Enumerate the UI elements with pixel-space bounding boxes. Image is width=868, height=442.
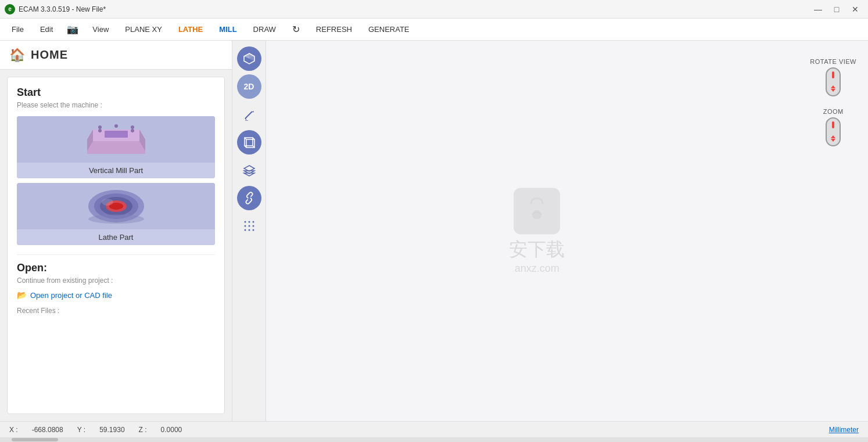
svg-line-23 [245,118,246,120]
y-coord-label: Y : [77,426,85,434]
svg-marker-33 [244,173,254,176]
rotate-arrows [831,85,835,92]
close-button[interactable]: ✕ [847,3,863,15]
arrow-up-icon [831,85,835,88]
svg-point-38 [248,225,250,227]
svg-line-21 [245,112,252,118]
start-subtitle: Please select the machine : [17,101,215,109]
toolbar-box-tool[interactable] [237,130,261,154]
svg-point-6 [131,125,134,129]
svg-marker-20 [244,53,249,59]
svg-point-37 [244,225,246,227]
bag-svg [519,193,554,228]
menu-generate[interactable]: GENERATE [361,23,417,36]
box-icon [243,136,256,149]
3d-view-icon [243,52,256,65]
pencil-icon [243,108,256,121]
svg-point-8 [131,129,134,132]
open-folder-icon: 📂 [17,290,27,300]
titlebar-left: e ECAM 3.3.0.519 - New File* [5,4,106,15]
zoom-arrows [831,135,835,142]
zoom-arrow-up-icon [831,135,835,138]
svg-rect-9 [105,131,128,138]
maximize-button[interactable]: □ [828,3,845,15]
watermark: 安下载 anxz.com [509,188,565,274]
svg-point-41 [248,229,250,231]
grid-icon [243,220,256,232]
x-coord-label: X : [9,426,18,434]
vertical-mill-svg [76,119,157,160]
open-project-link[interactable]: 📂 Open project or CAD file [17,290,215,300]
toolbar: 2D [232,41,266,421]
lathe-part-label: Lathe Part [17,229,215,245]
minimize-button[interactable]: — [810,3,826,15]
home-title: HOME [31,48,68,62]
y-coord-value: 59.1930 [99,426,124,434]
zoom-label: ZOOM [823,108,844,115]
menu-edit[interactable]: Edit [33,23,60,36]
svg-point-15 [102,199,113,206]
svg-point-35 [248,221,250,223]
menu-draw[interactable]: DRAW [246,23,283,36]
x-coord-value: -668.0808 [32,426,63,434]
2d-label: 2D [244,82,254,91]
toolbar-layers-tool[interactable] [237,158,261,182]
menu-planexy[interactable]: PLANE XY [118,23,169,36]
right-controls: ROTATE VIEW ZOOM [810,58,856,146]
layers-icon [243,164,256,177]
svg-point-42 [252,229,254,231]
menubar: File Edit 📷 View PLANE XY LATHE MILL DRA… [0,19,868,41]
main-area: 🏠 HOME Start Please select the machine : [0,41,868,421]
titlebar: e ECAM 3.3.0.519 - New File* — □ ✕ [0,0,868,19]
menu-refresh-icon[interactable]: ↻ [285,21,307,37]
svg-point-36 [252,221,254,223]
titlebar-controls: — □ ✕ [810,3,863,15]
lathe-part-image [17,183,215,229]
menu-file[interactable]: File [5,23,31,36]
open-project-label: Open project or CAD file [30,291,112,300]
lathe-part-button[interactable]: Lathe Part [17,183,215,245]
z-coord-label: Z : [139,426,147,434]
toolbar-link-tool[interactable] [237,186,261,210]
toolbar-3d-view[interactable] [237,46,261,71]
toolbar-grid-tool[interactable] [237,214,261,238]
menu-camera[interactable]: 📷 [62,21,83,37]
recent-files-label: Recent Files : [17,307,215,315]
watermark-en-text: anxz.com [515,262,559,274]
home-card: Start Please select the machine : [7,77,225,414]
z-coord-value: 0.0000 [161,426,182,434]
svg-rect-0 [87,139,145,154]
lathe-part-svg [76,186,157,227]
svg-point-7 [98,129,102,132]
app-logo: e [5,4,15,15]
arrow-down-icon [831,89,835,92]
zoom-scroll-indicator [832,121,834,128]
left-panel: 🏠 HOME Start Please select the machine : [0,41,232,421]
vertical-mill-image [17,116,215,163]
open-subtitle: Continue from existing project : [17,276,215,285]
menu-mill[interactable]: MILL [212,23,243,36]
vertical-mill-button[interactable]: Vertical Mill Part [17,116,215,178]
toolbar-2d-view[interactable]: 2D [237,74,261,99]
rotate-view-label: ROTATE VIEW [810,58,856,65]
vertical-mill-label: Vertical Mill Part [17,163,215,178]
open-section: Open: Continue from existing project : 📂… [17,254,215,315]
toolbar-draw-tool[interactable] [237,102,261,127]
home-header: 🏠 HOME [0,41,232,70]
menu-view[interactable]: View [85,23,116,36]
zoom-arrow-down-icon [831,139,835,142]
statusbar: X : -668.0808 Y : 59.1930 Z : 0.0000 Mil… [0,421,868,437]
viewport[interactable]: 安下载 anxz.com ROTATE VIEW ZOOM [266,41,868,421]
unit-selector[interactable]: Millimeter [829,426,859,434]
zoom-mouse-icon [826,117,841,146]
svg-point-34 [244,221,246,223]
menu-refresh[interactable]: REFRESH [309,23,359,36]
open-title: Open: [17,262,215,274]
menu-lathe[interactable]: LATHE [171,23,210,36]
watermark-bag-icon [514,188,560,234]
link-icon [243,192,256,204]
rotate-view-group: ROTATE VIEW [810,58,856,96]
scrollbar-thumb[interactable] [12,438,58,441]
svg-point-40 [244,229,246,231]
bottom-scrollbar[interactable] [0,437,868,442]
